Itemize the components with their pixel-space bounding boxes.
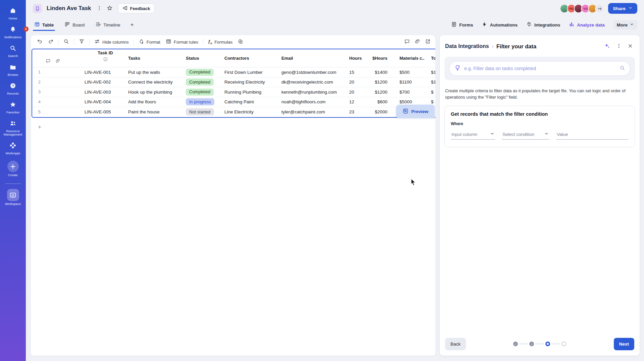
- panel-menu-button[interactable]: [615, 42, 623, 51]
- column-header-hours[interactable]: Hours: [346, 49, 367, 67]
- sidebar-item-create[interactable]: Create: [0, 158, 26, 180]
- sidebar-item-search[interactable]: Search: [0, 42, 26, 61]
- column-header-status[interactable]: Status: [184, 49, 222, 67]
- status-cell[interactable]: Completed: [184, 87, 222, 97]
- settings-button[interactable]: [235, 37, 246, 47]
- status-cell[interactable]: Not started: [184, 107, 222, 117]
- sidebar-item-workapps[interactable]: WorkApps: [0, 140, 26, 158]
- column-header-to[interactable]: To: [428, 49, 435, 67]
- preview-button[interactable]: Preview: [396, 105, 435, 118]
- ai-sparkle-button[interactable]: [602, 41, 611, 51]
- task-cell[interactable]: Put up the walls: [126, 67, 184, 77]
- task-cell[interactable]: Add the floors: [126, 97, 184, 107]
- redo-button[interactable]: [45, 37, 56, 47]
- column-header-task-id[interactable]: Task ID: [83, 49, 126, 67]
- ai-filter-input[interactable]: [464, 66, 616, 71]
- feedback-button[interactable]: Feedback: [118, 3, 155, 13]
- menu-automations[interactable]: Automations: [482, 21, 518, 28]
- format-rules-button[interactable]: Format rules: [163, 37, 201, 47]
- tab-timeline[interactable]: Timeline: [94, 17, 122, 33]
- favorite-button[interactable]: [105, 4, 114, 13]
- filter-button[interactable]: [76, 37, 87, 47]
- dollar-hours-cell[interactable]: $600: [367, 97, 394, 107]
- contractor-cell[interactable]: Line Electricity: [222, 107, 279, 117]
- email-cell[interactable]: kenneth@runplumbing.com: [279, 87, 346, 97]
- table-row[interactable]: 4LIN-AVE-004Add the floorsIn progressCat…: [32, 97, 435, 107]
- email-cell[interactable]: tyler@catchpaint.com: [279, 107, 346, 117]
- task-id-cell[interactable]: LIN-AVE-002: [83, 78, 126, 87]
- tab-board[interactable]: Board: [63, 17, 86, 33]
- total-cell[interactable]: $1: [428, 78, 435, 87]
- hours-cell[interactable]: 20: [346, 78, 367, 87]
- sidebar-item-favorites[interactable]: Favorites: [0, 99, 26, 117]
- materials-cell[interactable]: $1100: [394, 78, 428, 87]
- menu-analyze-data[interactable]: Analyze data: [569, 21, 605, 28]
- hide-columns-button[interactable]: Hide columns: [92, 37, 131, 47]
- materials-cell[interactable]: $500: [394, 67, 428, 77]
- share-button[interactable]: Share: [608, 3, 637, 14]
- panel-close-button[interactable]: [626, 42, 634, 51]
- search-button[interactable]: [61, 37, 72, 47]
- title-menu-button[interactable]: [95, 4, 103, 13]
- sidebar-item-notifications[interactable]: 2 Notifications: [0, 23, 26, 42]
- email-cell[interactable]: geno@1stdownlumber.com: [279, 67, 346, 77]
- dollar-hours-cell[interactable]: $2000: [367, 107, 394, 117]
- contractor-cell[interactable]: Receiving Electricity: [222, 78, 279, 87]
- condition-select[interactable]: Select condition: [502, 130, 549, 140]
- task-cell[interactable]: Connect the electricity: [126, 78, 184, 87]
- materials-cell[interactable]: $700: [394, 87, 428, 97]
- task-id-cell[interactable]: LIN-AVE-005: [83, 107, 126, 117]
- email-cell[interactable]: dk@receivingelectric.com: [279, 78, 346, 87]
- contractor-cell[interactable]: First Down Lumber: [222, 67, 279, 77]
- add-row-button[interactable]: +: [36, 123, 44, 131]
- open-external-button[interactable]: [424, 37, 432, 47]
- contractor-cell[interactable]: Running Plumbing: [222, 87, 279, 97]
- column-header-materials-c-[interactable]: Materials c..: [394, 49, 428, 67]
- menu-forms[interactable]: Forms: [451, 21, 473, 28]
- column-header-email[interactable]: Email: [279, 49, 346, 67]
- input-column-select[interactable]: Input column: [451, 130, 495, 140]
- email-cell[interactable]: noah@tightfloors.com: [279, 97, 346, 107]
- table-row[interactable]: 1LIN-AVE-001Put up the wallsCompletedFir…: [32, 67, 435, 78]
- status-cell[interactable]: In progress: [184, 97, 222, 107]
- task-id-cell[interactable]: LIN-AVE-003: [83, 87, 126, 97]
- total-cell[interactable]: $1: [428, 67, 435, 77]
- sidebar-item-home[interactable]: Home: [0, 5, 26, 23]
- table-row[interactable]: 3LIN-AVE-003Hook up the plumbingComplete…: [32, 87, 435, 97]
- sidebar-item-recents[interactable]: Recents: [0, 80, 26, 99]
- avatar[interactable]: +6: [595, 4, 604, 13]
- breadcrumb[interactable]: Data Integrations: [445, 43, 489, 49]
- column-header-tasks[interactable]: Tasks: [126, 49, 184, 67]
- formulas-button[interactable]: ƒx Formulas: [205, 37, 235, 47]
- hours-cell[interactable]: 20: [346, 87, 367, 97]
- sidebar-item-browse[interactable]: Browse: [0, 61, 26, 80]
- task-id-cell[interactable]: LIN-AVE-004: [83, 97, 126, 107]
- task-id-cell[interactable]: LIN-AVE-001: [83, 67, 126, 77]
- sidebar-item-resource-management[interactable]: Resource Management: [0, 117, 26, 140]
- column-header--hours[interactable]: $Hours: [367, 49, 394, 67]
- dollar-hours-cell[interactable]: $1200: [367, 78, 394, 87]
- format-button[interactable]: Format: [136, 37, 163, 47]
- add-view-button[interactable]: +: [128, 21, 136, 29]
- task-cell[interactable]: Hook up the plumbing: [126, 87, 184, 97]
- hours-cell[interactable]: 15: [346, 67, 367, 77]
- column-header-contractors[interactable]: Contractors: [222, 49, 279, 67]
- status-cell[interactable]: Completed: [184, 78, 222, 87]
- hours-cell[interactable]: 23: [346, 107, 367, 117]
- hours-cell[interactable]: 12: [346, 97, 367, 107]
- menu-integrations[interactable]: Integrations: [526, 21, 560, 28]
- comments-button[interactable]: [403, 37, 411, 47]
- contractor-cell[interactable]: Catching Paint: [222, 97, 279, 107]
- value-input[interactable]: [557, 132, 628, 137]
- status-cell[interactable]: Completed: [184, 67, 222, 77]
- sidebar-item-workspace[interactable]: Workspace: [0, 187, 26, 209]
- dollar-hours-cell[interactable]: $1200: [367, 87, 394, 97]
- task-cell[interactable]: Paint the house: [126, 107, 184, 117]
- total-cell[interactable]: $: [428, 87, 435, 97]
- table-row[interactable]: 2LIN-AVE-002Connect the electricityCompl…: [32, 78, 435, 88]
- undo-button[interactable]: [34, 37, 45, 47]
- table-row[interactable]: 5LIN-AVE-005Paint the houseNot startedLi…: [32, 107, 435, 117]
- attachments-button[interactable]: [413, 37, 422, 47]
- menu-more[interactable]: More: [613, 20, 637, 30]
- dollar-hours-cell[interactable]: $1400: [367, 67, 394, 77]
